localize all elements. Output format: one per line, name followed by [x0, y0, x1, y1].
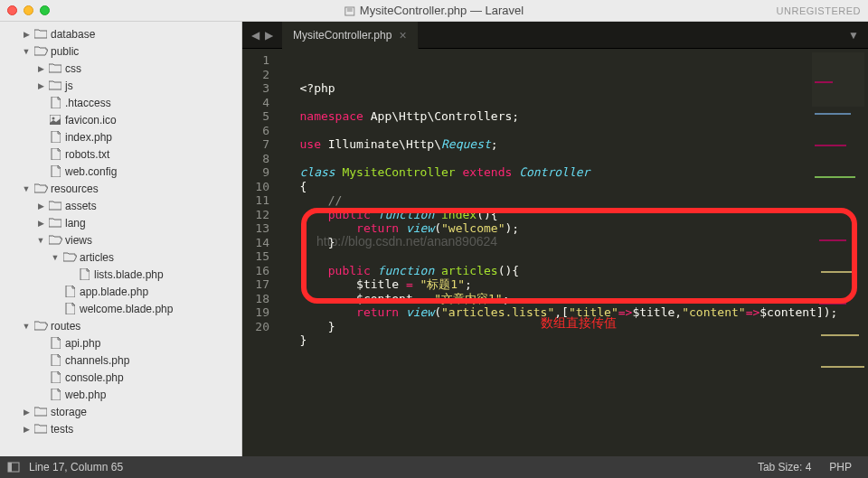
code-line[interactable]: //: [278, 193, 868, 208]
tree-label: storage: [51, 406, 87, 418]
tree-item[interactable]: welcome.blade.php: [0, 300, 241, 317]
tree-item[interactable]: ▼routes: [0, 317, 241, 334]
tree-label: console.php: [65, 371, 124, 384]
file-icon: [48, 354, 62, 366]
tree-label: api.php: [65, 337, 100, 350]
tree-label: .htaccess: [65, 97, 111, 109]
code-line[interactable]: [278, 124, 868, 138]
cursor-position[interactable]: Line 17, Column 65: [20, 461, 132, 473]
tree-item[interactable]: lists.blade.php: [0, 266, 241, 283]
expand-arrow-icon[interactable]: ▶: [22, 425, 31, 434]
tree-label: css: [65, 62, 81, 75]
code-line[interactable]: [278, 152, 868, 166]
tree-item[interactable]: index.php: [0, 128, 241, 145]
tree-item[interactable]: api.php: [0, 334, 241, 351]
code-line[interactable]: }: [278, 333, 868, 348]
code-area[interactable]: <?php namespace App\Http\Controllers; us…: [278, 49, 868, 456]
file-icon: [62, 303, 77, 314]
folder-icon: [48, 218, 62, 228]
tree-item[interactable]: .htaccess: [0, 94, 241, 111]
tree-item[interactable]: ▶storage: [0, 403, 241, 420]
close-window[interactable]: [7, 5, 17, 15]
tree-item[interactable]: ▶lang: [0, 214, 241, 231]
tree-item[interactable]: ▼views: [0, 231, 241, 248]
folder-open-icon: [33, 183, 48, 193]
code-line[interactable]: [278, 348, 868, 362]
tree-item[interactable]: favicon.ico: [0, 111, 241, 128]
code-line[interactable]: class MysiteController extends Controlle…: [278, 165, 868, 180]
folder-icon: [48, 80, 62, 90]
tree-label: lang: [65, 217, 86, 230]
tree-item[interactable]: robots.txt: [0, 145, 241, 163]
tree-label: routes: [51, 320, 80, 333]
tree-label: index.php: [65, 131, 112, 144]
expand-arrow-icon[interactable]: ▼: [22, 322, 31, 331]
tab-size[interactable]: Tab Size: 4: [749, 461, 820, 473]
svg-rect-6: [8, 463, 12, 472]
expand-arrow-icon[interactable]: ▶: [22, 408, 31, 417]
expand-arrow-icon[interactable]: ▼: [22, 47, 31, 56]
file-tab[interactable]: MysiteController.php ×: [282, 22, 419, 49]
code-line[interactable]: $title = "标题1";: [278, 277, 868, 292]
file-icon: [77, 268, 91, 280]
tree-item[interactable]: console.php: [0, 369, 241, 386]
sidebar[interactable]: ▶database▼public▶css▶js.htaccessfavicon.…: [0, 22, 242, 456]
nav-forward[interactable]: ▶: [265, 29, 273, 42]
tree-item[interactable]: ▶css: [0, 60, 241, 77]
code-line[interactable]: <?php: [278, 81, 868, 96]
code-line[interactable]: {: [278, 180, 868, 194]
code-line[interactable]: public function articles(){: [278, 264, 868, 278]
tab-label: MysiteController.php: [293, 29, 392, 42]
tree-item[interactable]: ▼resources: [0, 180, 241, 197]
tree-item[interactable]: ▼articles: [0, 248, 241, 266]
expand-arrow-icon[interactable]: ▶: [36, 64, 45, 73]
tree-item[interactable]: ▶tests: [0, 420, 241, 437]
folder-icon: [48, 201, 62, 211]
maximize-window[interactable]: [40, 5, 50, 15]
tree-item[interactable]: web.php: [0, 386, 241, 403]
code-line[interactable]: }: [278, 236, 868, 250]
minimize-window[interactable]: [24, 5, 33, 15]
sidebar-toggle-icon[interactable]: [7, 461, 20, 473]
expand-arrow-icon[interactable]: ▶: [36, 202, 45, 211]
file-icon: [48, 165, 62, 177]
code-line[interactable]: return view("welcome");: [278, 221, 868, 236]
code-line[interactable]: namespace App\Http\Controllers;: [278, 109, 868, 124]
tree-item[interactable]: ▶assets: [0, 197, 241, 214]
code-line[interactable]: [278, 96, 868, 110]
expand-arrow-icon[interactable]: ▼: [22, 184, 31, 193]
code-line[interactable]: public function index(){: [278, 208, 868, 222]
tree-item[interactable]: ▶database: [0, 25, 241, 42]
tree-item[interactable]: web.config: [0, 163, 241, 180]
tree-label: database: [51, 28, 95, 41]
tree-item[interactable]: ▶js: [0, 77, 241, 94]
tree-item[interactable]: app.blade.php: [0, 283, 241, 300]
expand-arrow-icon[interactable]: ▶: [36, 219, 45, 228]
expand-arrow-icon[interactable]: ▶: [22, 30, 31, 39]
expand-arrow-icon[interactable]: ▶: [36, 81, 45, 90]
code-line[interactable]: use Illuminate\Http\Request;: [278, 137, 868, 152]
tree-label: articles: [80, 251, 114, 264]
file-icon: [48, 131, 62, 143]
folder-icon: [33, 424, 48, 434]
close-tab-icon[interactable]: ×: [399, 28, 406, 42]
expand-arrow-icon[interactable]: ▼: [51, 253, 60, 262]
tree-label: views: [65, 234, 92, 247]
expand-arrow-icon[interactable]: ▼: [36, 236, 45, 245]
code-line[interactable]: $content = "文章内容1";: [278, 292, 868, 306]
tree-label: welcome.blade.php: [80, 303, 173, 315]
folder-icon: [33, 407, 48, 417]
tab-bar: ◀ ▶ MysiteController.php × ▼: [242, 22, 868, 49]
tree-label: favicon.ico: [65, 114, 117, 127]
tree-label: public: [51, 45, 79, 58]
code-line[interactable]: [278, 249, 868, 264]
minimap[interactable]: [812, 52, 864, 107]
tree-item[interactable]: channels.php: [0, 351, 241, 369]
tree-label: tests: [51, 423, 73, 436]
tree-item[interactable]: ▼public: [0, 42, 241, 60]
nav-back[interactable]: ◀: [251, 29, 259, 42]
tab-overflow-icon[interactable]: ▼: [839, 29, 868, 42]
code-editor[interactable]: 1234567891011121314151617181920 <?php na…: [242, 49, 868, 456]
tree-label: web.php: [65, 389, 106, 401]
language-mode[interactable]: PHP: [820, 461, 861, 473]
